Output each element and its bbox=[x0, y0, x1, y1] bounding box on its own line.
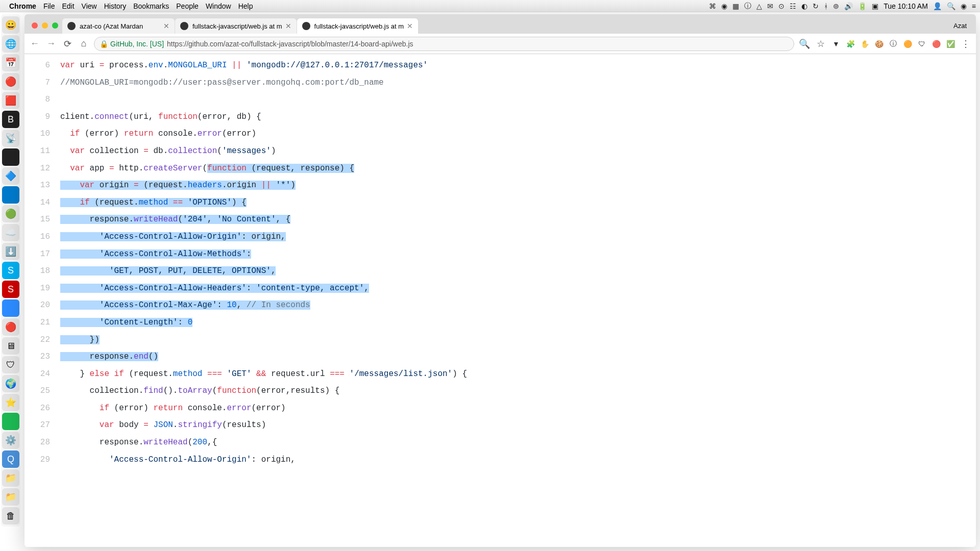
code-line[interactable]: 13 var origin = (request.headers.origin … bbox=[24, 177, 976, 194]
dock-app-icon[interactable]: 🌍 bbox=[2, 375, 19, 392]
dock-skype-icon[interactable]: S bbox=[2, 262, 19, 279]
status-icon[interactable]: △ bbox=[756, 2, 762, 10]
extension-icon[interactable]: 🟠 bbox=[902, 39, 913, 49]
dock-spotify-icon[interactable] bbox=[2, 413, 19, 430]
dock-chrome-icon[interactable]: 🔴 bbox=[2, 73, 19, 90]
code-content[interactable]: response.writeHead(200,{ bbox=[60, 434, 976, 452]
home-button[interactable]: ⌂ bbox=[78, 38, 90, 49]
code-content[interactable]: var app = http.createServer(function (re… bbox=[60, 160, 976, 178]
dock-todoist-icon[interactable]: 🟥 bbox=[2, 92, 19, 109]
tab-close-icon[interactable]: ✕ bbox=[407, 22, 413, 30]
dock-finder-icon[interactable]: 😀 bbox=[2, 16, 19, 34]
status-icon[interactable]: ◉ bbox=[721, 2, 727, 10]
code-line[interactable]: 21 'Content-Length': 0 bbox=[24, 314, 976, 332]
menu-bookmarks[interactable]: Bookmarks bbox=[133, 2, 169, 10]
dock-trash-icon[interactable]: 🗑 bbox=[2, 507, 19, 524]
dock-vscode-icon[interactable] bbox=[2, 186, 19, 204]
code-line[interactable]: 29 'Access-Control-Allow-Origin': origin… bbox=[24, 452, 976, 469]
code-line[interactable]: 20 'Access-Control-Max-Age': 10, // In s… bbox=[24, 297, 976, 314]
menu-help[interactable]: Help bbox=[238, 2, 253, 10]
page-content[interactable]: 6var uri = process.env.MONGOLAB_URI || '… bbox=[24, 54, 976, 547]
reload-button[interactable]: ⟳ bbox=[61, 38, 74, 49]
search-icon[interactable]: 🔍 bbox=[798, 38, 811, 49]
dock-app-icon[interactable]: 🔷 bbox=[2, 167, 19, 185]
code-line[interactable]: 27 var body = JSON.stringify(results) bbox=[24, 417, 976, 434]
dock-app-icon[interactable]: 🌐 bbox=[2, 35, 19, 53]
dock-app-icon[interactable]: 🔴 bbox=[2, 318, 19, 336]
menu-file[interactable]: File bbox=[43, 2, 55, 10]
code-line[interactable]: 9client.connect(uri, function(error, db)… bbox=[24, 109, 976, 126]
code-content[interactable] bbox=[60, 91, 976, 109]
code-content[interactable]: 'GET, POST, PUT, DELETE, OPTIONS', bbox=[60, 263, 976, 280]
chrome-profile-label[interactable]: Azat bbox=[953, 22, 973, 34]
status-icon[interactable]: ✉ bbox=[767, 2, 773, 10]
dock-app-icon[interactable]: S bbox=[2, 281, 19, 298]
code-content[interactable]: 'Access-Control-Allow-Origin': origin, bbox=[60, 452, 976, 469]
code-line[interactable]: 17 'Access-Control-Allow-Methods': bbox=[24, 246, 976, 263]
code-content[interactable]: }) bbox=[60, 332, 976, 349]
address-bar[interactable]: 🔒 GitHub, Inc. [US] https://github.com/a… bbox=[94, 37, 794, 51]
status-icon[interactable]: ⊙ bbox=[778, 2, 785, 10]
browser-tab[interactable]: azat-co (Azat Mardan ✕ bbox=[62, 18, 175, 34]
code-content[interactable]: response.end() bbox=[60, 348, 976, 366]
extension-icon[interactable]: 🛡 bbox=[917, 39, 927, 49]
tab-close-icon[interactable]: ✕ bbox=[285, 22, 291, 30]
status-icon[interactable]: ▦ bbox=[732, 2, 739, 10]
spotlight-icon[interactable]: 🔍 bbox=[947, 2, 955, 10]
code-line[interactable]: 24 } else if (request.method === 'GET' &… bbox=[24, 366, 976, 383]
code-line[interactable]: 12 var app = http.createServer(function … bbox=[24, 160, 976, 178]
code-content[interactable]: if (request.method == 'OPTIONS') { bbox=[60, 194, 976, 212]
code-content[interactable]: 'Content-Length': 0 bbox=[60, 314, 976, 332]
code-content[interactable]: var uri = process.env.MONGOLAB_URI || 'm… bbox=[60, 57, 976, 74]
extension-icon[interactable]: ⓘ bbox=[888, 39, 898, 49]
menu-history[interactable]: History bbox=[104, 2, 127, 10]
code-content[interactable]: response.writeHead('204', 'No Content', … bbox=[60, 211, 976, 229]
status-icon[interactable]: ◐ bbox=[801, 2, 807, 10]
code-line[interactable]: 19 'Access-Control-Allow-Headers': 'cont… bbox=[24, 280, 976, 297]
chrome-menu-icon[interactable]: ⋮ bbox=[960, 38, 972, 49]
code-line[interactable]: 8 bbox=[24, 91, 976, 109]
maximize-window-button[interactable] bbox=[52, 22, 58, 29]
dock-zoom-icon[interactable] bbox=[2, 299, 19, 317]
star-icon[interactable]: ☆ bbox=[815, 38, 827, 49]
menubar-clock[interactable]: Tue 10:10 AM bbox=[884, 2, 928, 10]
code-line[interactable]: 18 'GET, POST, PUT, DELETE, OPTIONS', bbox=[24, 263, 976, 280]
code-content[interactable]: var body = JSON.stringify(results) bbox=[60, 417, 976, 434]
dock-quicktime-icon[interactable]: Q bbox=[2, 450, 19, 468]
volume-icon[interactable]: 🔊 bbox=[844, 2, 853, 10]
code-line[interactable]: 10 if (error) return console.error(error… bbox=[24, 126, 976, 143]
extension-icon[interactable]: 🔴 bbox=[931, 39, 941, 49]
menu-view[interactable]: View bbox=[82, 2, 97, 10]
dock-app-icon[interactable]: ☁️ bbox=[2, 224, 19, 241]
code-line[interactable]: 28 response.writeHead(200,{ bbox=[24, 434, 976, 452]
code-line[interactable]: 7//MONGOLAB_URI=mongodb://user:pass@serv… bbox=[24, 74, 976, 92]
dock-terminal-icon[interactable] bbox=[2, 148, 19, 166]
bluetooth-icon[interactable]: ᚼ bbox=[824, 2, 828, 10]
forward-button[interactable]: → bbox=[45, 38, 57, 49]
code-content[interactable]: var collection = db.collection('messages… bbox=[60, 143, 976, 160]
dock-app-icon[interactable]: ⬇️ bbox=[2, 243, 19, 260]
wifi-icon[interactable]: ⊚ bbox=[833, 2, 839, 10]
code-content[interactable]: } else if (request.method === 'GET' && r… bbox=[60, 366, 976, 383]
dock-app-icon[interactable]: 📡 bbox=[2, 130, 19, 147]
code-content[interactable]: if (error) return console.error(error) bbox=[60, 126, 976, 143]
code-line[interactable]: 11 var collection = db.collection('messa… bbox=[24, 143, 976, 160]
code-content[interactable]: 'Access-Control-Allow-Methods': bbox=[60, 246, 976, 263]
extension-icon[interactable]: ✅ bbox=[945, 39, 955, 49]
user-icon[interactable]: 👤 bbox=[933, 2, 942, 10]
browser-tab-active[interactable]: fullstack-javascript/web.js at m ✕ bbox=[297, 18, 419, 34]
code-content[interactable]: //MONGOLAB_URI=mongodb://user:pass@serve… bbox=[60, 74, 976, 92]
code-line[interactable]: 25 collection.find().toArray(function(er… bbox=[24, 383, 976, 400]
status-icon[interactable]: ⓘ bbox=[744, 2, 751, 11]
back-button[interactable]: ← bbox=[29, 38, 41, 49]
extension-icon[interactable]: ✋ bbox=[860, 39, 870, 49]
menu-people[interactable]: People bbox=[176, 2, 199, 10]
siri-icon[interactable]: ◉ bbox=[961, 2, 967, 10]
dock-app-icon[interactable]: B bbox=[2, 111, 19, 128]
status-icon[interactable]: ↻ bbox=[813, 2, 819, 10]
code-line[interactable]: 15 response.writeHead('204', 'No Content… bbox=[24, 211, 976, 229]
menu-edit[interactable]: Edit bbox=[62, 2, 74, 10]
code-content[interactable]: client.connect(uri, function(error, db) … bbox=[60, 109, 976, 126]
dock-settings-icon[interactable]: ⚙️ bbox=[2, 432, 19, 449]
code-line[interactable]: 26 if (error) return console.error(error… bbox=[24, 400, 976, 417]
